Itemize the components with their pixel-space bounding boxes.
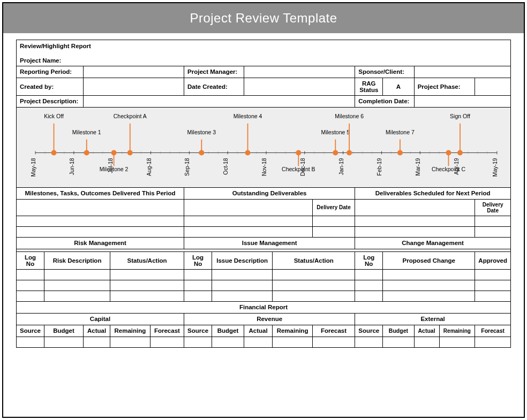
sponsor-label: Sponsor/Client: bbox=[355, 66, 414, 78]
table-row[interactable] bbox=[273, 337, 313, 347]
table-row[interactable] bbox=[475, 269, 511, 280]
table-row[interactable] bbox=[355, 337, 383, 347]
table-row[interactable] bbox=[44, 280, 110, 291]
deliv-out-cell[interactable] bbox=[184, 199, 313, 216]
project-description-value[interactable] bbox=[84, 95, 355, 107]
project-manager-value[interactable] bbox=[244, 66, 355, 78]
table-row[interactable] bbox=[150, 337, 184, 347]
fin-col: Forecast bbox=[475, 325, 511, 337]
svg-text:Milestone 6: Milestone 6 bbox=[335, 113, 364, 119]
table-row[interactable] bbox=[475, 337, 511, 347]
table-row[interactable] bbox=[475, 216, 511, 226]
table-row[interactable] bbox=[355, 291, 383, 301]
table-row[interactable] bbox=[110, 269, 184, 280]
table-row[interactable] bbox=[355, 216, 475, 226]
table-row[interactable] bbox=[17, 269, 44, 280]
svg-text:Aug-18: Aug-18 bbox=[146, 158, 152, 176]
table-row[interactable] bbox=[475, 280, 511, 291]
table-row[interactable] bbox=[475, 226, 511, 237]
rag-status-value[interactable]: A bbox=[383, 78, 414, 95]
table-row[interactable] bbox=[17, 280, 44, 291]
table-row[interactable] bbox=[110, 337, 150, 347]
table-row[interactable] bbox=[17, 216, 184, 226]
issue-management-header: Issue Management bbox=[184, 237, 355, 249]
table-row[interactable] bbox=[273, 291, 355, 301]
table-row[interactable] bbox=[212, 291, 273, 301]
svg-text:Milestone 4: Milestone 4 bbox=[234, 113, 262, 119]
reporting-period-label: Reporting Period: bbox=[17, 66, 84, 78]
table-row[interactable] bbox=[212, 269, 273, 280]
svg-point-79 bbox=[245, 150, 251, 155]
table-row[interactable] bbox=[110, 280, 184, 291]
table-row[interactable] bbox=[355, 226, 475, 237]
table-row[interactable] bbox=[184, 291, 212, 301]
table-row[interactable] bbox=[355, 269, 383, 280]
table-row[interactable] bbox=[44, 269, 110, 280]
table-row[interactable] bbox=[17, 226, 184, 237]
issue-logno-col: Log No bbox=[184, 251, 212, 269]
table-row[interactable] bbox=[244, 337, 273, 347]
table-row[interactable] bbox=[439, 337, 475, 347]
table-row[interactable] bbox=[273, 280, 355, 291]
table-row[interactable] bbox=[383, 269, 475, 280]
table-row[interactable] bbox=[355, 280, 383, 291]
svg-point-97 bbox=[457, 150, 463, 155]
project-name-label: Project Name: bbox=[20, 57, 61, 64]
rag-status-label: RAG Status bbox=[355, 78, 383, 95]
table-row[interactable] bbox=[212, 280, 273, 291]
svg-point-82 bbox=[296, 150, 301, 155]
table-row[interactable] bbox=[475, 291, 511, 301]
table-row[interactable] bbox=[44, 337, 84, 347]
svg-text:Checkpoint C: Checkpoint C bbox=[432, 166, 466, 172]
table-row[interactable] bbox=[414, 337, 439, 347]
change-proposed-col: Proposed Change bbox=[383, 251, 475, 269]
project-manager-label: Project Manager: bbox=[184, 66, 244, 78]
issue-desc-col: Issue Description bbox=[212, 251, 273, 269]
completion-date-value[interactable] bbox=[414, 95, 510, 107]
table-row[interactable] bbox=[184, 226, 313, 237]
table-row[interactable] bbox=[184, 216, 313, 226]
deliverables-next-header: Deliverables Scheduled for Next Period bbox=[355, 187, 511, 199]
svg-point-73 bbox=[127, 150, 133, 155]
svg-text:Nov-18: Nov-18 bbox=[261, 158, 267, 176]
change-logno-col: Log No bbox=[355, 251, 383, 269]
svg-point-94 bbox=[446, 150, 451, 155]
svg-text:Oct-18: Oct-18 bbox=[223, 158, 229, 174]
svg-text:Checkpoint B: Checkpoint B bbox=[282, 166, 315, 172]
svg-text:Milestone 1: Milestone 1 bbox=[72, 129, 101, 135]
date-created-label: Date Created: bbox=[184, 78, 244, 95]
table-row[interactable] bbox=[312, 226, 355, 237]
deliv-next-cell[interactable] bbox=[355, 199, 475, 216]
table-row[interactable] bbox=[17, 337, 44, 347]
table-row[interactable] bbox=[212, 337, 244, 347]
table-row[interactable] bbox=[312, 337, 355, 347]
table-row[interactable] bbox=[84, 337, 110, 347]
table-row[interactable] bbox=[383, 280, 475, 291]
reporting-period-value[interactable] bbox=[84, 66, 184, 78]
table-row[interactable] bbox=[17, 291, 44, 301]
risk-desc-col: Risk Description bbox=[44, 251, 110, 269]
table-row[interactable] bbox=[110, 291, 184, 301]
date-created-value[interactable] bbox=[244, 78, 355, 95]
svg-point-70 bbox=[111, 150, 117, 155]
project-phase-value[interactable] bbox=[475, 78, 511, 95]
fin-col: Actual bbox=[84, 325, 110, 337]
fin-col: Budget bbox=[44, 325, 84, 337]
created-by-label: Created by: bbox=[17, 78, 84, 95]
table-row[interactable] bbox=[44, 291, 110, 301]
table-row[interactable] bbox=[312, 216, 355, 226]
deliv-done-cell[interactable] bbox=[17, 199, 184, 216]
svg-text:Mar-19: Mar-19 bbox=[415, 158, 421, 175]
svg-text:May-18: May-18 bbox=[31, 158, 36, 177]
sponsor-value[interactable] bbox=[414, 66, 510, 78]
change-approved-col: Approved bbox=[475, 251, 511, 269]
table-row[interactable] bbox=[184, 269, 212, 280]
created-by-value[interactable] bbox=[84, 78, 184, 95]
table-row[interactable] bbox=[273, 269, 355, 280]
fin-col: Forecast bbox=[312, 325, 355, 337]
table-row[interactable] bbox=[383, 337, 414, 347]
outstanding-delivery-date-label: Delivery Date bbox=[312, 199, 355, 216]
table-row[interactable] bbox=[383, 291, 475, 301]
table-row[interactable] bbox=[184, 337, 212, 347]
table-row[interactable] bbox=[184, 280, 212, 291]
